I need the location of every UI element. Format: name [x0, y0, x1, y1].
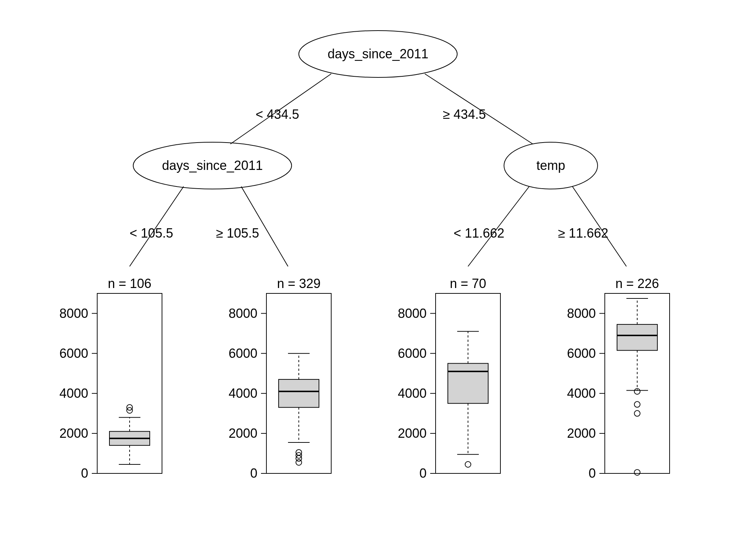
svg-rect-27 [605, 293, 670, 473]
leaf-2-tick-8000: 8000 [229, 306, 257, 321]
leaf-1: n = 106 0 2000 4000 6000 8000 [59, 276, 162, 481]
leaf-1-tick-6000: 6000 [59, 346, 88, 361]
right-node-label: temp [536, 158, 565, 173]
leaf-3-tick-0: 0 [419, 466, 427, 481]
left-right-condition: ≥ 105.5 [216, 226, 259, 240]
leaf-1-tick-8000: 8000 [59, 306, 88, 321]
leaf-3-tick-2000: 2000 [398, 426, 427, 441]
leaf-3-axis: 0 2000 4000 6000 8000 [398, 306, 436, 481]
right-left-condition: < 11.662 [454, 226, 504, 240]
leaf-3: n = 70 0 2000 4000 6000 8000 [398, 276, 500, 481]
left-left-condition: < 105.5 [130, 226, 173, 240]
leaf-4-tick-0: 0 [589, 466, 596, 481]
root-node: days_since_2011 [299, 31, 457, 77]
leaf-4: n = 226 0 2000 4000 6000 8000 [567, 276, 670, 481]
leaf-2-axis: 0 2000 4000 6000 8000 [229, 306, 266, 481]
leaf-4-n: n = 226 [615, 276, 659, 291]
leaf-3-box [448, 363, 488, 403]
right-node: temp [504, 142, 598, 189]
left-node: days_since_2011 [133, 142, 292, 189]
leaf-2-tick-0: 0 [250, 466, 257, 481]
leaf-2: n = 329 0 2000 4000 6000 8000 [229, 276, 331, 481]
leaf-3-tick-8000: 8000 [398, 306, 427, 321]
root-left-condition: < 434.5 [256, 107, 299, 122]
decision-tree-diagram: days_since_2011 < 434.5 ≥ 434.5 days_sin… [0, 0, 756, 540]
leaf-4-box [617, 324, 657, 350]
right-right-condition: ≥ 11.662 [558, 226, 608, 240]
leaf-2-tick-6000: 6000 [229, 346, 257, 361]
leaf-1-tick-4000: 4000 [59, 386, 88, 401]
leaf-3-tick-6000: 6000 [398, 346, 427, 361]
leaf-1-tick-0: 0 [81, 466, 88, 481]
leaf-1-axis: 0 2000 4000 6000 8000 [59, 306, 97, 481]
leaf-3-tick-4000: 4000 [398, 386, 427, 401]
leaf-2-n: n = 329 [277, 276, 320, 291]
root-right-condition: ≥ 434.5 [443, 107, 486, 122]
leaf-4-tick-6000: 6000 [567, 346, 596, 361]
leaf-1-tick-2000: 2000 [59, 426, 88, 441]
leaf-2-tick-4000: 4000 [229, 386, 257, 401]
leaf-4-tick-8000: 8000 [567, 306, 596, 321]
leaf-2-box [279, 379, 319, 408]
leaf-4-tick-2000: 2000 [567, 426, 596, 441]
left-node-label: days_since_2011 [162, 158, 263, 173]
leaf-2-tick-2000: 2000 [229, 426, 257, 441]
leaf-4-tick-4000: 4000 [567, 386, 596, 401]
leaf-1-n: n = 106 [108, 276, 151, 291]
leaf-4-axis: 0 2000 4000 6000 8000 [567, 306, 605, 481]
leaf-3-n: n = 70 [450, 276, 486, 291]
root-node-label: days_since_2011 [328, 46, 428, 61]
